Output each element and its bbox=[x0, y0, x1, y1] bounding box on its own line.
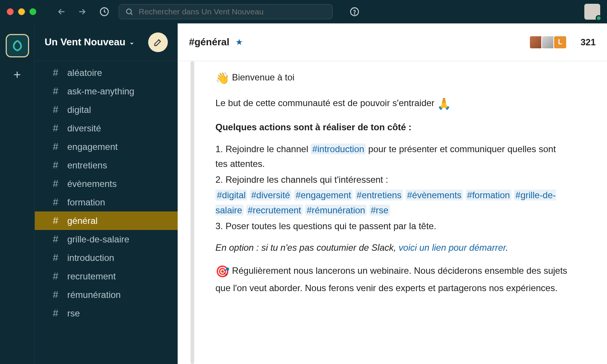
channel-label: diversité bbox=[67, 123, 101, 134]
sidebar: Un Vent Nouveau ⌄ #aléatoire#ask-me-anyt… bbox=[35, 23, 178, 364]
channel-link[interactable]: #engagement bbox=[294, 190, 353, 201]
slack-help-link[interactable]: voici un lien pour démarrer bbox=[399, 242, 506, 253]
hash-icon: # bbox=[52, 196, 59, 208]
compose-button[interactable] bbox=[148, 32, 168, 52]
svg-point-1 bbox=[127, 9, 132, 14]
search-bar[interactable] bbox=[119, 4, 333, 19]
workspace-rail: + bbox=[0, 23, 35, 364]
channel-label: engagement bbox=[67, 142, 118, 152]
channel-rémunération[interactable]: #rémunération bbox=[35, 285, 178, 304]
search-icon bbox=[125, 8, 133, 16]
channel-label: recrutement bbox=[67, 271, 116, 282]
channel-link[interactable]: #rse bbox=[369, 205, 390, 216]
wave-emoji: 👋 bbox=[215, 72, 229, 84]
member-avatar: L bbox=[553, 35, 567, 49]
back-button[interactable] bbox=[57, 7, 67, 17]
option-pre: En option : si tu n'es pas coutumier de … bbox=[215, 242, 399, 253]
channel-label: entretiens bbox=[67, 160, 107, 171]
channel-général[interactable]: #général bbox=[35, 211, 178, 230]
sidebar-header: Un Vent Nouveau ⌄ bbox=[35, 23, 178, 61]
minimize-window-button[interactable] bbox=[18, 8, 25, 15]
target-emoji: 🎯 bbox=[215, 265, 229, 278]
step3: 3. Poser toutes les questions qui te pas… bbox=[215, 219, 569, 234]
hash-icon: # bbox=[52, 215, 59, 227]
channel-link[interactable]: #diversité bbox=[250, 190, 292, 201]
hash-icon: # bbox=[52, 178, 59, 190]
step2-links: #digital #diversité #engagement #entreti… bbox=[215, 188, 569, 217]
history-nav bbox=[57, 7, 87, 17]
webinar-text: Régulièrement nous lancerons un webinair… bbox=[215, 265, 567, 293]
welcome-text: Bienvenue à toi bbox=[232, 72, 294, 82]
chevron-down-icon: ⌄ bbox=[129, 39, 134, 46]
channel-digital[interactable]: #digital bbox=[35, 100, 178, 119]
workspace-name-label: Un Vent Nouveau bbox=[45, 36, 125, 48]
hash-icon: # bbox=[52, 104, 59, 116]
channel-ask-me-anything[interactable]: #ask-me-anything bbox=[35, 82, 178, 100]
content-area: #général ★ L 321 👋 Bienvenue à toi Le bu… bbox=[178, 23, 607, 364]
step2-pre: 2. Rejoindre les channels qui t'intéress… bbox=[215, 172, 569, 187]
hash-icon: # bbox=[52, 141, 59, 153]
hash-icon: # bbox=[52, 270, 59, 282]
top-bar bbox=[0, 0, 607, 23]
forward-button[interactable] bbox=[77, 7, 87, 17]
presence-indicator bbox=[596, 15, 602, 21]
channel-aléatoire[interactable]: #aléatoire bbox=[35, 63, 178, 82]
close-window-button[interactable] bbox=[7, 8, 14, 15]
channel-title[interactable]: #général bbox=[189, 36, 229, 48]
option-post: . bbox=[506, 242, 508, 253]
member-avatar bbox=[529, 35, 543, 49]
actions-heading: Quelques actions sont à réaliser de ton … bbox=[215, 120, 569, 135]
channel-recrutement[interactable]: #recrutement bbox=[35, 267, 178, 285]
hash-icon: # bbox=[52, 252, 59, 264]
scrollbar[interactable] bbox=[190, 61, 194, 364]
channel-label: ask-me-anything bbox=[67, 86, 134, 97]
user-avatar[interactable] bbox=[584, 4, 600, 20]
hash-icon: # bbox=[52, 307, 59, 319]
channel-évènements[interactable]: #évènements bbox=[35, 174, 178, 193]
channel-label: formation bbox=[67, 197, 105, 208]
channel-link-introduction[interactable]: #introduction bbox=[311, 143, 365, 154]
channel-introduction[interactable]: #introduction bbox=[35, 248, 178, 267]
channel-link[interactable]: #recrutement bbox=[246, 205, 302, 216]
workspace-menu[interactable]: Un Vent Nouveau ⌄ bbox=[45, 36, 134, 48]
pinned-message: 👋 Bienvenue à toi Le but de cette commun… bbox=[215, 69, 569, 296]
channel-entretiens[interactable]: #entretiens bbox=[35, 156, 178, 174]
channel-label: rse bbox=[67, 308, 80, 319]
member-avatars[interactable]: L bbox=[531, 35, 567, 49]
channel-link[interactable]: #digital bbox=[215, 190, 247, 201]
channel-link[interactable]: #entretiens bbox=[355, 190, 403, 201]
leaf-icon bbox=[11, 39, 24, 52]
workspace-switcher[interactable] bbox=[6, 34, 29, 57]
hash-icon: # bbox=[52, 289, 59, 301]
channel-label: digital bbox=[67, 105, 91, 115]
channel-link[interactable]: #formation bbox=[466, 190, 511, 201]
channel-rse[interactable]: #rse bbox=[35, 304, 178, 322]
hash-icon: # bbox=[52, 85, 59, 97]
svg-point-3 bbox=[354, 14, 355, 14]
channel-label: aléatoire bbox=[67, 68, 102, 78]
hash-icon: # bbox=[52, 122, 59, 134]
channel-link[interactable]: #rémunération bbox=[305, 205, 367, 216]
channel-link[interactable]: #évènements bbox=[406, 190, 463, 201]
star-icon[interactable]: ★ bbox=[235, 37, 243, 47]
channel-label: introduction bbox=[67, 253, 114, 263]
channel-engagement[interactable]: #engagement bbox=[35, 137, 178, 156]
channel-label: grille-de-salaire bbox=[67, 234, 129, 245]
channel-formation[interactable]: #formation bbox=[35, 193, 178, 211]
message-area: 👋 Bienvenue à toi Le but de cette commun… bbox=[178, 61, 607, 364]
channel-diversité[interactable]: #diversité bbox=[35, 119, 178, 137]
hash-icon: # bbox=[52, 233, 59, 245]
search-input[interactable] bbox=[139, 7, 326, 16]
channel-label: rémunération bbox=[67, 290, 121, 300]
hash-icon: # bbox=[52, 67, 59, 79]
channel-grille-de-salaire[interactable]: #grille-de-salaire bbox=[35, 230, 178, 248]
channel-header: #général ★ L 321 bbox=[178, 23, 607, 61]
history-button[interactable] bbox=[99, 6, 110, 17]
member-avatar bbox=[541, 35, 555, 49]
add-workspace-button[interactable]: + bbox=[14, 67, 21, 82]
help-button[interactable] bbox=[349, 6, 360, 17]
member-count[interactable]: 321 bbox=[581, 37, 596, 48]
maximize-window-button[interactable] bbox=[29, 8, 36, 15]
window-controls bbox=[7, 8, 36, 15]
channel-list: #aléatoire#ask-me-anything#digital#diver… bbox=[35, 61, 178, 364]
